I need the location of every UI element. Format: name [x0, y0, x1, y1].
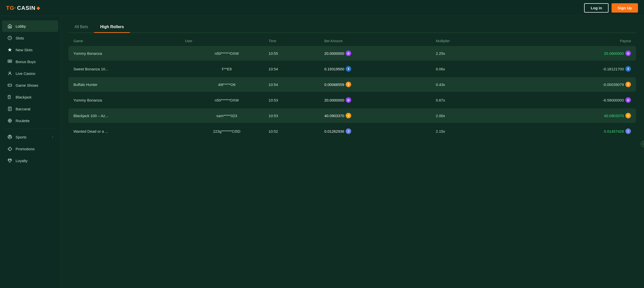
payout-currency-icon: Ξ	[625, 128, 631, 134]
sidebar-item-label: Blackjack	[16, 95, 31, 99]
cell-payout: -0.18121700 $	[519, 66, 631, 72]
payout-currency-icon: G	[625, 113, 631, 118]
svg-point-6	[9, 72, 11, 73]
sidebar-item-roulette[interactable]: Roulette	[2, 115, 58, 126]
cell-time: 10:53	[269, 114, 325, 118]
cell-bet-amount: 20.0000000 ◎	[324, 97, 436, 103]
sidebar-item-label: Baccarat	[16, 107, 30, 111]
cell-game: Yummy Bonanza	[73, 51, 185, 56]
logo: TG·CASIN◆	[6, 5, 40, 11]
logo-tg: TG·	[6, 5, 16, 11]
cell-bet-amount: 0.00068559 ₿	[324, 82, 436, 87]
cell-multiplier: 0.67x	[436, 98, 519, 102]
bet-value: 0.01262936	[324, 129, 344, 133]
header: TG·CASIN◆ Log in Sign Up	[0, 0, 644, 16]
cell-payout: -6.58000000 ◎	[519, 97, 631, 103]
col-header-user: User	[185, 39, 268, 43]
col-header-time: Time	[269, 39, 325, 43]
cell-payout: 40.0903370 G	[519, 113, 631, 118]
cell-bet-amount: 0.19319500 $	[324, 66, 436, 72]
table-body: Yummy Bonanza n50******OXW 10:55 20.0000…	[68, 46, 636, 138]
sidebar: ‹ Lobby Slots New Slots Bonus Buys Live …	[0, 16, 60, 288]
bet-currency-icon: Ξ	[346, 128, 351, 134]
tabs: All BetsHigh Rollers	[68, 22, 636, 33]
cell-game: Blackjack 100 – Az...	[73, 114, 185, 118]
cell-bet-amount: 20.0000000 ◎	[324, 51, 436, 56]
sidebar-item-lobby[interactable]: Lobby	[2, 20, 58, 32]
cell-user: 223g*******Ct5D	[185, 129, 268, 133]
sidebar-item-label: Promotions	[16, 147, 35, 151]
sidebar-item-label: Roulette	[16, 119, 30, 123]
roulette-icon	[7, 118, 13, 123]
sidebar-item-label: Live Casino	[16, 71, 35, 76]
bet-value: 20.0000000	[324, 51, 344, 56]
table-row: Buffalo Hunter 4i8*****O6 10:54 0.000685…	[68, 77, 636, 92]
table-row: Yummy Bonanza n50******OXW 10:53 20.0000…	[68, 93, 636, 107]
bet-currency-icon: ₿	[346, 82, 351, 87]
cell-user: 4i8*****O6	[185, 82, 268, 87]
svg-point-11	[9, 120, 11, 121]
cell-user: F**E8	[185, 67, 268, 71]
cell-payout: 0.01457428 Ξ	[519, 128, 631, 134]
col-header-game: Game	[73, 39, 185, 43]
svg-point-5	[10, 61, 11, 62]
sidebar-item-slots[interactable]: Slots	[2, 32, 58, 44]
cell-payout: 25.0600000 ◎	[519, 51, 631, 56]
slots-icon	[7, 35, 13, 41]
cell-time: 10:55	[269, 51, 325, 56]
cell-user: sam*****023	[185, 114, 268, 118]
cell-multiplier: 2.15x	[436, 129, 519, 133]
payout-currency-icon: ◎	[625, 97, 631, 103]
sports-icon	[7, 134, 13, 140]
tab-high-rollers[interactable]: High Rollers	[94, 22, 130, 33]
layout: ‹ Lobby Slots New Slots Bonus Buys Live …	[0, 16, 644, 288]
sidebar-item-new-slots[interactable]: New Slots	[2, 44, 58, 56]
signup-button[interactable]: Sign Up	[612, 3, 638, 13]
svg-marker-1	[8, 48, 12, 52]
col-header-bet: Bet Amount	[324, 39, 436, 43]
sidebar-item-loyalty[interactable]: Loyalty	[2, 155, 58, 166]
loyalty-icon	[7, 158, 13, 163]
cell-bet-amount: 40.0903370 G	[324, 113, 436, 118]
baccarat-icon	[7, 106, 13, 112]
payout-value: -0.00039079	[603, 82, 624, 87]
table-row: Wanted Dead or a ... 223g*******Ct5D 10:…	[68, 124, 636, 138]
table-header: Game User Time Bet Amount Multiplier Pay…	[68, 39, 636, 46]
sidebar-item-baccarat[interactable]: Baccarat	[2, 103, 58, 115]
login-button[interactable]: Log in	[584, 3, 609, 13]
live-casino-icon	[7, 71, 13, 76]
payout-currency-icon: ◎	[625, 51, 631, 56]
cell-game: Wanted Dead or a ...	[73, 129, 185, 133]
sidebar-divider	[4, 129, 56, 129]
payout-currency-icon: ₿	[625, 82, 631, 87]
new-slots-icon	[7, 47, 13, 53]
sidebar-item-live-casino[interactable]: Live Casino	[2, 68, 58, 79]
sidebar-item-promotions[interactable]: Promotions	[2, 143, 58, 155]
cell-multiplier: 0.06x	[436, 67, 519, 71]
sidebar-item-game-shows[interactable]: Game Shows	[2, 79, 58, 91]
cell-game: Buffalo Hunter	[73, 82, 185, 87]
table-row: Blackjack 100 – Az... sam*****023 10:53 …	[68, 108, 636, 123]
cell-time: 10:53	[269, 98, 325, 102]
logo-diamond: ◆	[36, 5, 40, 11]
blackjack-icon	[7, 94, 13, 100]
sidebar-item-label: Bonus Buys	[16, 60, 36, 64]
table-row: Sweet Bonanza 10... F**E8 10:54 0.193195…	[68, 62, 636, 76]
tab-all-bets[interactable]: All Bets	[68, 22, 94, 33]
sidebar-item-blackjack[interactable]: Blackjack	[2, 91, 58, 103]
col-header-payout: Payout	[519, 39, 631, 43]
cell-multiplier: 2.25x	[436, 51, 519, 56]
payout-value: -0.18121700	[603, 67, 624, 71]
sidebar-item-label: Lobby	[16, 24, 26, 28]
cell-user: n50******OXW	[185, 51, 268, 56]
sidebar-item-label: Sports	[16, 135, 26, 139]
bet-currency-icon: ◎	[346, 97, 351, 103]
cell-multiplier: 2.00x	[436, 114, 519, 118]
sidebar-item-label: New Slots	[16, 48, 33, 52]
sidebar-item-sports[interactable]: Sports ‹	[2, 131, 58, 143]
sidebar-item-bonus-buys[interactable]: Bonus Buys	[2, 56, 58, 67]
promotions-icon	[7, 146, 13, 152]
svg-rect-7	[8, 84, 12, 86]
logo-casino: CASIN	[17, 5, 35, 11]
payout-value: 0.01457428	[604, 129, 624, 133]
